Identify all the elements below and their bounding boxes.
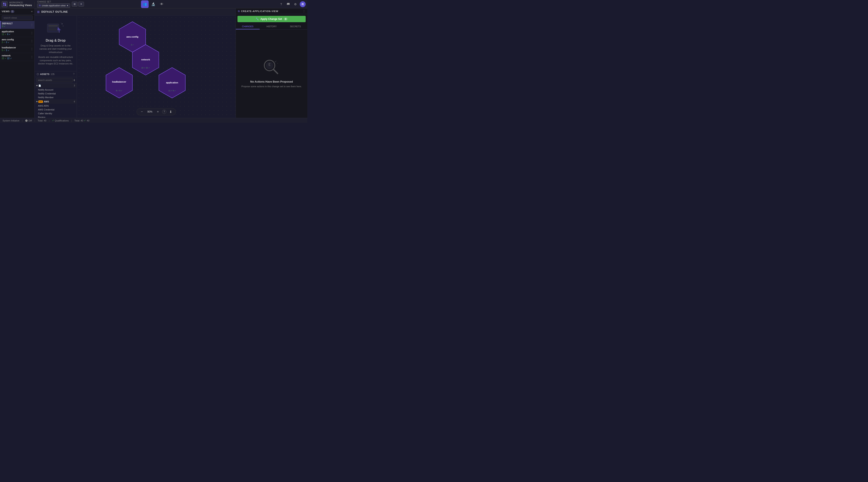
svg-text:22 ✓  22 ✓: 22 ✓ 22 ✓ [142,67,150,69]
center-panel: ⊞ DEFAULT OUTLINE [35,8,236,118]
view-item-menu[interactable]: ⋮ [31,39,33,42]
drop-note: Assets are reusable infrastructure compo… [37,56,74,65]
asset-aws-credential[interactable]: AWS Credential [35,108,76,112]
view-item-menu[interactable]: ⋮ [31,56,33,59]
svg-point-28 [277,63,278,64]
right-panel-menu[interactable]: ⋮ [303,10,305,13]
user-avatar[interactable]: R [300,1,306,7]
svg-point-10 [63,26,63,26]
svg-text:network: network [141,58,150,61]
views-title: VIEWS [2,10,10,13]
zoom-out-button[interactable]: − [139,109,144,114]
changeset-actions: ⊞ ✕ [72,2,84,6]
asset-aws-arn[interactable]: AWS ARN [35,104,76,108]
view-item-aws-config[interactable]: aws-config 2 ✓ 0 ✓ ⋮ [0,37,34,45]
changeset-name: create-application-view [42,4,66,7]
zoom-in-button[interactable]: + [155,109,160,114]
topbar: WORKSPACE: Announcing Views CHANGE SET: … [0,0,307,8]
canvas-download-button[interactable]: ⬇ [168,109,173,114]
asset-group-netlify[interactable]: ▾ 📄 3 [35,83,76,88]
total-label: Total: 40 [38,119,46,122]
cs-close-btn[interactable]: ✕ [78,2,84,6]
views-sidebar: VIEWS 5 + DEFAULT 0 ✓ ⋮ application 11 ✓… [0,8,35,118]
view-item-loadbalancer[interactable]: loadbalancer 5 ✓ 5 ✓ ⋮ [0,45,34,53]
settings-icon[interactable]: ⚙ [292,1,299,7]
apply-count: 0 [284,18,287,21]
help-icon[interactable]: ? [278,1,284,7]
bottombar: System Initiative | ⬤ Diff | Total: 40 |… [0,118,307,123]
asset-group-aws[interactable]: ▾ aws AWS 4 [35,99,76,104]
total2-label: Total: 40 [74,119,83,122]
group-collapse-icon: ▾ [36,84,38,87]
outline-title: DEFAULT OUTLINE [41,10,68,13]
qualifications-item[interactable]: ✓ Qualifications [52,119,69,122]
canvas-controls: − 90% + ? ⬇ [136,108,176,115]
asset-region[interactable]: Region [35,115,76,118]
svg-rect-3 [5,4,6,6]
total2-item: Total: 40 ✓ 40 [74,119,89,122]
add-view-button[interactable]: + [31,10,33,13]
changeset-select[interactable]: ⧉ create-application-view ▾ [37,3,70,8]
asset-netlify-credential[interactable]: Netlify Credential [35,92,76,95]
hex-node-loadbalancer[interactable]: loadbalancer 5 ✓ 5 ✓ [106,68,132,98]
asset-netlify-member[interactable]: Netlify Member [35,95,76,99]
tab-changes[interactable]: CHANGES [236,24,260,29]
svg-rect-6 [48,27,56,29]
hex-node-application[interactable]: application 11 ✓ 6 ✓ [159,68,185,98]
view-item-network[interactable]: network 22 ✓ 22 ✓ ⋮ [0,53,34,61]
workspace-logo [2,1,8,7]
assets-filter-icon[interactable]: ⧫ [74,79,75,82]
svg-text:5 ✓  5 ✓: 5 ✓ 5 ✓ [116,90,122,92]
zoom-level: 90% [146,110,154,113]
empty-desc: Propose some actions in this change set … [241,85,302,88]
assets-search-row: ⧫ [35,77,76,83]
right-panel-header: ⧉ CREATE-APPLICATION-VIEW ⋮ [236,8,307,14]
qual-count-val: 40 [87,119,89,122]
views-header: VIEWS 5 + [0,8,34,14]
cs-grid-btn[interactable]: ⊞ [72,2,78,6]
right-tabs: CHANGES HISTORY SECRETS [236,24,307,30]
view-item-menu[interactable]: ⋮ [31,24,33,26]
view-item-menu[interactable]: ⋮ [31,48,33,51]
svg-point-27 [275,61,276,62]
apply-label: Apply Change Set [260,18,282,21]
svg-text:application: application [166,81,178,84]
svg-point-11 [61,23,61,23]
tab-history[interactable]: HISTORY [260,24,283,29]
aws-badge: aws [38,100,43,103]
right-panel-content: No Actions Have Been Proposed Propose so… [236,30,307,118]
svg-text:11 ✓  6 ✓: 11 ✓ 6 ✓ [168,90,176,92]
svg-line-26 [274,70,278,73]
nav-users-icon[interactable]: 👥 [141,0,149,8]
asset-caller-identity[interactable]: Caller Identity [35,112,76,115]
diff-item[interactable]: ⬤ Diff [25,119,32,122]
asset-netlify-account[interactable]: Netlify Account [35,88,76,92]
discord-icon[interactable] [285,1,291,7]
right-panel-title: CREATE-APPLICATION-VIEW [241,10,302,12]
svg-rect-0 [3,3,4,4]
view-item-application[interactable]: application 11 ✓ 6 ✓ ⋮ [0,29,34,37]
workspace-label: WORKSPACE: [9,1,32,4]
nav-lab-icon[interactable]: 🔬 [150,0,157,8]
workspace-selector[interactable]: WORKSPACE: Announcing Views [9,1,32,7]
view-item-default[interactable]: DEFAULT 0 ✓ ⋮ [0,21,34,29]
tab-secrets[interactable]: SECRETS [283,24,307,29]
svg-text:2 ✓: 2 ✓ [131,44,134,46]
view-item-menu[interactable]: ⋮ [31,31,33,34]
svg-rect-5 [48,25,58,27]
system-initiative-label: System Initiative [3,119,20,122]
topbar-icons: ? ⚙ R [278,1,306,7]
svg-text:loadbalancer: loadbalancer [112,81,126,83]
empty-illustration [263,59,280,77]
assets-help-icon[interactable]: ? [73,73,74,76]
apply-changeset-button[interactable]: 🔧 Apply Change Set 0 [238,16,306,22]
svg-point-9 [62,24,62,24]
search-views-input[interactable] [2,16,33,20]
svg-point-29 [276,61,277,61]
svg-rect-1 [5,3,6,4]
hex-canvas[interactable]: aws-config 2 ✓ network 22 ✓ 22 ✓ loadbal… [77,16,236,118]
nav-view-icon[interactable]: 👁 [158,0,165,8]
canvas-help-button[interactable]: ? [162,110,166,114]
views-search-container [0,14,34,21]
search-assets-input[interactable] [36,78,73,82]
